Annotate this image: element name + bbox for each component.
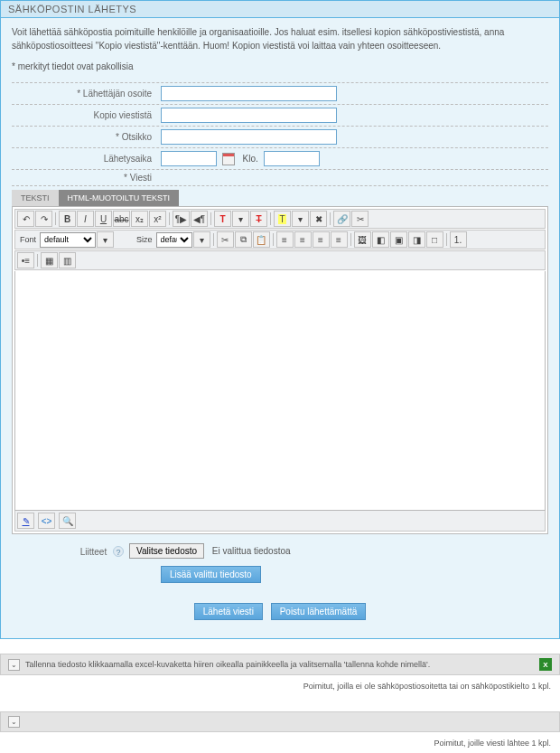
image-center-icon[interactable]: ▣ <box>390 231 407 248</box>
text-color-picker-icon[interactable]: ▾ <box>232 211 249 227</box>
page-title: SÄHKÖPOSTIN LÄHETYS <box>1 1 559 18</box>
add-file-row: Lisää valittu tiedosto <box>161 566 548 583</box>
align-right-icon[interactable]: ≡ <box>313 231 330 248</box>
add-file-button[interactable]: Lisää valittu tiedosto <box>161 566 261 583</box>
separator <box>167 211 172 227</box>
sender-input[interactable] <box>161 86 337 101</box>
count-line-2: Poimitut, joille viesti lähtee 1 kpl. <box>0 732 560 753</box>
font-label: Font <box>17 235 39 244</box>
highlight-icon[interactable]: T <box>274 211 291 227</box>
sendtime-label: Lähetysaika <box>12 154 161 164</box>
link-icon[interactable]: 🔗 <box>333 211 350 227</box>
size-label: Size <box>134 235 155 244</box>
remove-highlight-icon[interactable]: ✖ <box>310 211 327 227</box>
file-status: Ei valittua tiedostoa <box>212 546 291 556</box>
source-mode-icon[interactable]: <> <box>38 513 55 529</box>
bold-icon[interactable]: B <box>59 211 76 227</box>
align-justify-icon[interactable]: ≡ <box>331 231 348 248</box>
help-icon[interactable]: ? <box>113 546 124 557</box>
sender-label: * Lähettäjän osoite <box>12 89 161 99</box>
main-panel: SÄHKÖPOSTIN LÄHETYS Voit lähettää sähköp… <box>0 0 560 639</box>
row-copy: Kopio viestistä <box>12 104 548 126</box>
paste-icon[interactable]: 📋 <box>253 231 270 248</box>
separator <box>328 211 332 227</box>
excel-icon[interactable]: X <box>539 658 552 671</box>
superscript-icon[interactable]: x² <box>149 211 166 227</box>
unordered-list-icon[interactable]: •≡ <box>17 252 34 268</box>
table-icon[interactable]: ▦ <box>41 252 58 268</box>
intro-text: Voit lähettää sähköpostia poimituille he… <box>12 25 548 52</box>
separator <box>53 211 58 227</box>
toolbar-row-1: ↶ ↷ B I U abc x₂ x² ¶▶ ◀¶ T ▾ T T ▾ ✖ <box>14 209 546 229</box>
subject-input[interactable] <box>161 129 337 145</box>
highlight-picker-icon[interactable]: ▾ <box>292 211 309 227</box>
font-select[interactable]: default <box>40 232 96 248</box>
rtl-icon[interactable]: ◀¶ <box>191 211 208 227</box>
copy-input[interactable] <box>161 108 337 123</box>
info-bar-1: ⌄ Tallenna tiedosto klikkaamalla excel-k… <box>0 654 560 675</box>
panel-body: Voit lähettää sähköpostia poimituille he… <box>1 18 559 638</box>
separator <box>271 231 275 248</box>
editor-textarea[interactable] <box>14 271 546 511</box>
message-label: * Viesti <box>12 173 161 183</box>
table-props-icon[interactable]: ▥ <box>59 252 76 268</box>
subject-label: * Otsikko <box>12 132 161 142</box>
separator <box>209 211 213 227</box>
action-row: Lähetä viesti Poistu lähettämättä <box>12 603 548 620</box>
separator <box>268 211 273 227</box>
date-input[interactable] <box>161 151 217 166</box>
strike-icon[interactable]: abc <box>113 211 130 227</box>
remove-format-icon[interactable]: T <box>250 211 267 227</box>
image-icon[interactable]: 🖼 <box>354 231 371 248</box>
text-color-icon[interactable]: T <box>214 211 231 227</box>
required-note: * merkityt tiedot ovat pakollisia <box>12 61 548 71</box>
unlink-icon[interactable]: ✂ <box>351 211 369 227</box>
row-message-label: * Viesti <box>12 169 548 186</box>
redo-icon[interactable]: ↷ <box>35 211 52 227</box>
editor-footer: ✎ <> 🔍 <box>14 511 546 532</box>
italic-icon[interactable]: I <box>77 211 94 227</box>
align-left-icon[interactable]: ≡ <box>276 231 294 248</box>
collapse-icon[interactable]: ⌄ <box>8 716 20 728</box>
edit-mode-icon[interactable]: ✎ <box>17 513 34 529</box>
separator <box>349 231 353 248</box>
count-line-1: Poimitut, joilla ei ole sähköpostiosoite… <box>0 675 560 697</box>
font-picker-icon[interactable]: ▾ <box>97 231 114 248</box>
info-text-1: Tallenna tiedosto klikkaamalla excel-kuv… <box>25 660 430 669</box>
send-button[interactable]: Lähetä viesti <box>194 603 263 620</box>
editor-wrapper: ↶ ↷ B I U abc x₂ x² ¶▶ ◀¶ T ▾ T T ▾ ✖ <box>12 206 548 534</box>
align-center-icon[interactable]: ≡ <box>294 231 312 248</box>
tab-html[interactable]: HTML-MUOTOILTU TEKSTI <box>59 190 180 206</box>
attachment-label: Liitteet ? <box>12 546 129 557</box>
calendar-icon[interactable] <box>222 153 235 165</box>
row-sender: * Lähettäjän osoite <box>12 82 548 104</box>
separator <box>35 252 40 268</box>
ordered-list-icon[interactable]: 1. <box>450 231 467 248</box>
image-left-icon[interactable]: ◧ <box>372 231 389 248</box>
choose-file-button[interactable]: Valitse tiedosto <box>129 543 204 559</box>
row-subject: * Otsikko <box>12 126 548 147</box>
attachment-row: Liitteet ? Valitse tiedosto Ei valittua … <box>12 543 548 559</box>
copy-icon[interactable]: ⧉ <box>235 231 252 248</box>
size-select[interactable]: defaul <box>156 232 192 248</box>
ltr-icon[interactable]: ¶▶ <box>173 211 190 227</box>
image-right-icon[interactable]: ◨ <box>408 231 425 248</box>
time-input[interactable] <box>264 151 320 166</box>
size-picker-icon[interactable]: ▾ <box>193 231 210 248</box>
image-none-icon[interactable]: □ <box>426 231 443 248</box>
row-sendtime: Lähetysaika Klo. <box>12 147 548 169</box>
toolbar-row-2: Font default ▾ Size defaul ▾ ✂ ⧉ 📋 ≡ ≡ ≡… <box>14 230 546 249</box>
cut-icon[interactable]: ✂ <box>217 231 234 248</box>
editor-tabs: TEKSTI HTML-MUOTOILTU TEKSTI <box>12 190 548 206</box>
preview-mode-icon[interactable]: 🔍 <box>59 513 76 529</box>
toolbar-row-3: •≡ ▦ ▥ <box>14 250 546 270</box>
subscript-icon[interactable]: x₂ <box>131 211 148 227</box>
undo-icon[interactable]: ↶ <box>17 211 34 227</box>
separator <box>211 231 216 248</box>
tab-text[interactable]: TEKSTI <box>12 190 59 206</box>
collapse-icon[interactable]: ⌄ <box>8 659 20 671</box>
copy-label: Kopio viestistä <box>12 110 161 120</box>
exit-button[interactable]: Poistu lähettämättä <box>271 603 367 620</box>
underline-icon[interactable]: U <box>95 211 112 227</box>
klo-label: Klo. <box>243 154 258 164</box>
